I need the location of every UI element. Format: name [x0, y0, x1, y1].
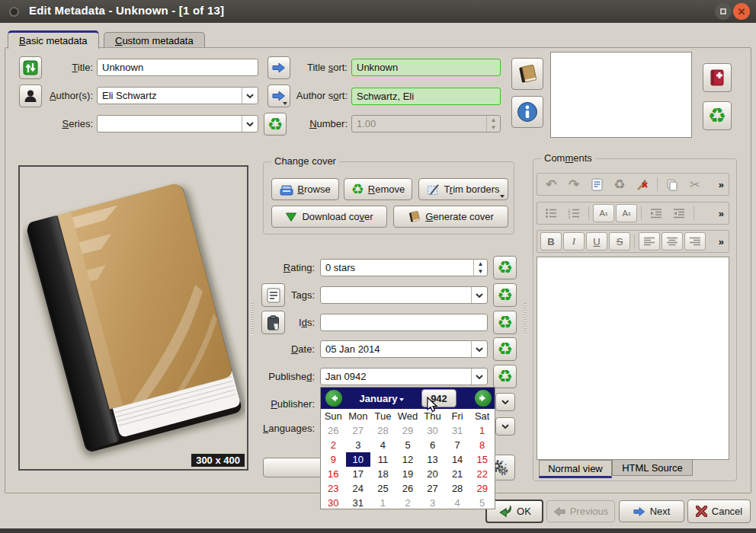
calendar-day[interactable]: 27	[420, 481, 445, 496]
calendar-day[interactable]: 14	[445, 452, 470, 467]
calendar-day[interactable]: 20	[420, 467, 445, 481]
browse-cover-button[interactable]: Browse	[271, 178, 339, 200]
copy-title-to-sort-button[interactable]	[267, 56, 290, 79]
toolbar-overflow-chevron[interactable]: »	[719, 236, 726, 247]
series-combo[interactable]	[97, 115, 258, 132]
date-combo[interactable]: 05 Jan 2014	[320, 340, 488, 358]
title-sort-input[interactable]: Unknown	[351, 59, 501, 76]
calendar-day[interactable]: 21	[445, 467, 470, 481]
clear-series-button[interactable]: ♻	[264, 113, 287, 136]
add-format-button[interactable]	[703, 63, 732, 92]
formats-list[interactable]	[550, 52, 692, 138]
title-input[interactable]: Unknown	[97, 59, 258, 76]
calendar-day[interactable]: 7	[445, 438, 470, 452]
tab-normal-view[interactable]: Normal view	[539, 460, 612, 478]
cover-info-button[interactable]	[511, 96, 543, 128]
spinner-arrows[interactable]: ▲▼	[486, 116, 500, 132]
author-sort-input[interactable]: Schwartz, Eli	[351, 88, 501, 105]
calendar-day[interactable]: 23	[321, 481, 346, 496]
insert-link-icon[interactable]	[586, 175, 607, 193]
next-month-button[interactable]	[475, 390, 492, 407]
calendar-day[interactable]: 17	[346, 467, 371, 481]
calendar-day[interactable]: 15	[469, 452, 495, 467]
redo-icon[interactable]: ↷	[563, 175, 585, 193]
edit-cover-book-button[interactable]	[511, 58, 543, 90]
calendar-day[interactable]: 25	[370, 481, 396, 496]
calendar-day[interactable]: 19	[396, 467, 421, 481]
calendar-month-button[interactable]: January	[342, 393, 421, 404]
calendar-day[interactable]: 1	[469, 423, 495, 438]
authors-combo[interactable]: Eli Schwartz	[97, 87, 258, 104]
calendar-day[interactable]: 5	[469, 496, 495, 510]
calendar-day[interactable]: 8	[469, 438, 495, 452]
strikethrough-button[interactable]: S	[609, 232, 630, 251]
calendar-day[interactable]: 29	[396, 423, 421, 438]
series-number-spinner[interactable]: 1.00 ▲▼	[351, 115, 501, 132]
underline-button[interactable]: U	[586, 232, 607, 251]
calendar-day[interactable]: 5	[396, 438, 421, 452]
calendar-day[interactable]: 26	[396, 481, 421, 496]
undo-icon[interactable]: ↶	[540, 175, 562, 193]
copy-icon[interactable]	[662, 175, 683, 193]
prev-month-button[interactable]	[325, 390, 342, 407]
cancel-button[interactable]: Cancel	[687, 499, 751, 523]
calendar-day[interactable]: 10	[346, 452, 371, 467]
clear-formatting-icon[interactable]: ♻	[609, 175, 630, 193]
clean-html-icon[interactable]	[632, 175, 653, 193]
tab-basic-metadata[interactable]: Basic metadata	[8, 30, 99, 49]
toolbar-overflow-chevron[interactable]: »	[719, 208, 726, 219]
splitter-handle[interactable]	[524, 303, 527, 335]
previous-button[interactable]: Previous	[546, 500, 615, 522]
comments-editor[interactable]	[537, 257, 729, 460]
bold-button[interactable]: B	[540, 232, 562, 251]
close-button[interactable]: ✕	[733, 3, 750, 20]
calendar-day[interactable]: 16	[321, 467, 346, 481]
calendar-day[interactable]: 11	[370, 452, 396, 467]
calendar-day[interactable]: 12	[396, 452, 421, 467]
calendar-day[interactable]: 29	[469, 481, 495, 496]
clear-published-button[interactable]: ♻	[493, 365, 517, 388]
rating-spinner[interactable]: 0 stars ▲▼	[320, 259, 488, 276]
remove-format-button[interactable]: ♻	[703, 101, 732, 130]
align-center-icon[interactable]	[662, 232, 683, 251]
numbered-list-icon[interactable]: 123	[563, 204, 585, 222]
superscript-icon[interactable]: As	[593, 204, 614, 222]
calendar-day[interactable]: 3	[346, 438, 371, 452]
window-menu-icon[interactable]	[9, 7, 19, 17]
toolbar-overflow-chevron[interactable]: »	[719, 179, 726, 190]
splitter-handle[interactable]	[251, 303, 254, 335]
calendar-day[interactable]: 24	[346, 481, 371, 496]
calendar-day[interactable]: 30	[321, 496, 346, 510]
calendar-day[interactable]: 6	[420, 438, 445, 452]
clear-rating-button[interactable]: ♻	[493, 256, 517, 279]
clear-date-button[interactable]: ♻	[493, 337, 517, 361]
languages-combo-arrow[interactable]	[495, 417, 515, 436]
subscript-icon[interactable]: As	[616, 204, 637, 222]
next-button[interactable]: Next	[619, 500, 684, 522]
calendar-day[interactable]: 31	[445, 423, 470, 438]
calendar-day[interactable]: 2	[396, 496, 421, 510]
indent-icon[interactable]	[645, 204, 667, 222]
calendar-day[interactable]: 3	[420, 496, 445, 510]
calendar-day[interactable]: 4	[445, 496, 470, 510]
bullet-list-icon[interactable]	[540, 204, 562, 222]
ids-input[interactable]	[320, 314, 488, 331]
calendar-day[interactable]: 22	[469, 467, 495, 481]
published-combo[interactable]: Jan 0942	[320, 368, 488, 385]
calendar-day[interactable]: 2	[321, 438, 346, 452]
calendar-day[interactable]: 13	[420, 452, 445, 467]
calendar-day[interactable]: 30	[420, 423, 445, 438]
clear-ids-button[interactable]: ♻	[493, 311, 517, 334]
outdent-icon[interactable]	[668, 204, 690, 222]
calendar-day[interactable]: 18	[370, 467, 396, 481]
tab-custom-metadata[interactable]: Custom metadata	[104, 32, 205, 47]
calendar-day[interactable]: 28	[370, 423, 396, 438]
cover-view[interactable]: 300 x 400	[18, 165, 248, 471]
italic-button[interactable]: I	[563, 232, 585, 251]
clear-tags-button[interactable]: ♻	[493, 283, 517, 307]
calendar-day[interactable]: 28	[445, 481, 470, 496]
generate-cover-button[interactable]: Generate cover	[393, 206, 508, 228]
align-right-icon[interactable]	[684, 232, 706, 251]
cut-icon[interactable]: ✂	[684, 175, 706, 193]
calendar-day[interactable]: 27	[346, 423, 371, 438]
